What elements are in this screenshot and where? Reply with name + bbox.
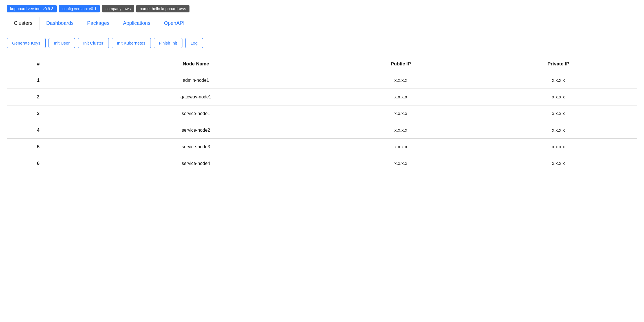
badge-config-version: config version: v0.1 [59,5,100,12]
row-number: 4 [7,122,70,139]
node-name: service-node4 [70,155,322,172]
private-ip: x.x.x.x [480,155,637,172]
node-name: service-node2 [70,122,322,139]
private-ip: x.x.x.x [480,89,637,105]
node-name: admin-node1 [70,72,322,89]
table-row: 6service-node4x.x.x.xx.x.x.x [7,155,637,172]
table-header-row: #Node NamePublic IPPrivate IP [7,56,637,72]
col-header-number: # [7,56,70,72]
badge-company: company: aws [102,5,134,12]
tabs-container: ClustersDashboardsPackagesApplicationsOp… [0,16,644,30]
init-user-button[interactable]: Init User [48,38,75,48]
row-number: 1 [7,72,70,89]
table-header: #Node NamePublic IPPrivate IP [7,56,637,72]
public-ip: x.x.x.x [322,72,480,89]
finish-init-button[interactable]: Finish Init [154,38,182,48]
actions-bar: Generate KeysInit UserInit ClusterInit K… [0,30,644,54]
public-ip: x.x.x.x [322,139,480,155]
row-number: 3 [7,105,70,122]
public-ip: x.x.x.x [322,89,480,105]
init-kubernetes-button[interactable]: Init Kubernetes [112,38,151,48]
col-header-private-ip: Private IP [480,56,637,72]
badge-kupboard-version: kupboard version: v0.9.3 [7,5,57,12]
tab-applications[interactable]: Applications [116,17,157,30]
row-number: 6 [7,155,70,172]
badge-name: name: hello kupboard-aws [136,5,189,12]
row-number: 2 [7,89,70,105]
row-number: 5 [7,139,70,155]
table-row: 1admin-node1x.x.x.xx.x.x.x [7,72,637,89]
public-ip: x.x.x.x [322,105,480,122]
tab-clusters[interactable]: Clusters [7,17,39,30]
private-ip: x.x.x.x [480,122,637,139]
log-button[interactable]: Log [185,38,203,48]
table-row: 4service-node2x.x.x.xx.x.x.x [7,122,637,139]
public-ip: x.x.x.x [322,122,480,139]
public-ip: x.x.x.x [322,155,480,172]
col-header-node-name: Node Name [70,56,322,72]
table-container: #Node NamePublic IPPrivate IP 1admin-nod… [0,54,644,172]
header-badges: kupboard version: v0.9.3config version: … [0,0,644,16]
private-ip: x.x.x.x [480,72,637,89]
generate-keys-button[interactable]: Generate Keys [7,38,46,48]
table-row: 3service-node1x.x.x.xx.x.x.x [7,105,637,122]
node-name: service-node1 [70,105,322,122]
node-name: gateway-node1 [70,89,322,105]
table-row: 2gateway-node1x.x.x.xx.x.x.x [7,89,637,105]
table-body: 1admin-node1x.x.x.xx.x.x.x2gateway-node1… [7,72,637,172]
tab-packages[interactable]: Packages [80,17,116,30]
col-header-public-ip: Public IP [322,56,480,72]
private-ip: x.x.x.x [480,139,637,155]
tab-openapi[interactable]: OpenAPI [157,17,191,30]
private-ip: x.x.x.x [480,105,637,122]
nodes-table: #Node NamePublic IPPrivate IP 1admin-nod… [7,56,637,172]
tab-dashboards[interactable]: Dashboards [39,17,80,30]
init-cluster-button[interactable]: Init Cluster [78,38,109,48]
table-row: 5service-node3x.x.x.xx.x.x.x [7,139,637,155]
node-name: service-node3 [70,139,322,155]
